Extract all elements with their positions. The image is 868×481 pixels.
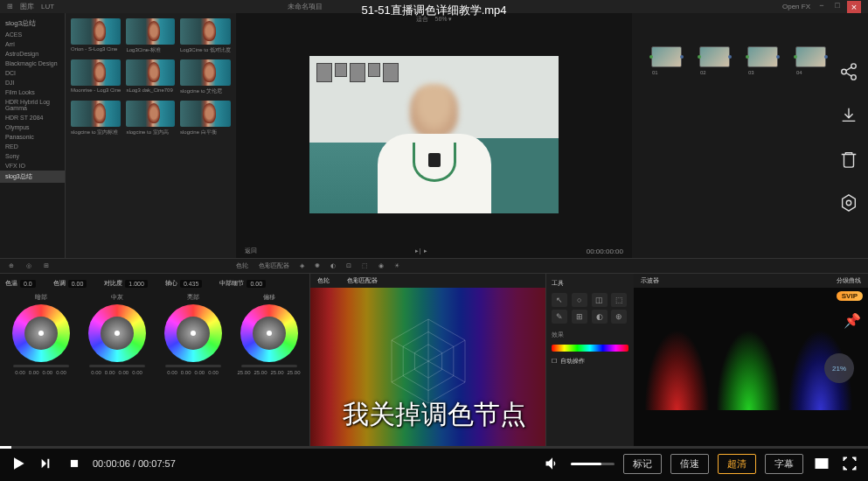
tool-button[interactable]: ◫ <box>592 293 608 307</box>
tool-button[interactable]: ✎ <box>552 310 567 324</box>
sidebar-item[interactable]: Panasonic <box>0 132 65 142</box>
svg-line-3 <box>846 67 851 71</box>
svg-point-0 <box>851 64 857 69</box>
topbar-right-item[interactable]: Open FX <box>782 3 810 10</box>
tool-icon[interactable]: ◐ <box>330 262 336 269</box>
vector-tab[interactable]: 色彩匹配器 <box>347 276 378 285</box>
sidebar-item[interactable]: DJI <box>0 78 65 87</box>
sidebar-item[interactable]: HDR ST 2084 <box>0 113 65 122</box>
mid-tab[interactable]: 色轮 <box>236 261 248 270</box>
sidebar-item[interactable]: slog3总结 <box>0 171 65 183</box>
window-maximize-button[interactable]: □ <box>831 1 844 10</box>
lut-thumbnail[interactable]: Log3Cine-标准 <box>126 18 175 54</box>
viewer-back-button[interactable]: 返回 <box>245 247 257 255</box>
share-icon[interactable] <box>838 61 859 82</box>
auto-operation-checkbox[interactable]: ☐自动操作 <box>552 357 628 366</box>
progress-bar[interactable] <box>0 446 868 449</box>
topbar-tab[interactable]: ⊞ <box>7 3 13 10</box>
quality-button[interactable]: 超清 <box>718 454 756 474</box>
window-minimize-button[interactable]: − <box>816 1 828 10</box>
lut-thumbnail[interactable]: Moonrise - Log3 Cine <box>71 59 121 95</box>
tool-icon[interactable]: ◈ <box>300 262 304 269</box>
settings-icon[interactable] <box>838 192 859 213</box>
param-middetail[interactable]: 中部细节0.00 <box>219 279 266 288</box>
sidebar-item[interactable]: VFX IO <box>0 161 65 171</box>
window-close-button[interactable]: × <box>847 1 861 13</box>
next-frame-button[interactable] <box>37 454 56 473</box>
color-node[interactable]: 01 <box>651 46 682 67</box>
tool-button[interactable]: ⬚ <box>611 293 627 307</box>
fullscreen-icon[interactable] <box>840 454 859 473</box>
sidebar-item[interactable]: HDR Hybrid Log Gamma <box>0 97 65 113</box>
stop-button[interactable] <box>65 454 84 473</box>
tool-button[interactable]: ⊞ <box>572 310 587 324</box>
wheel-lift[interactable]: 暗部 0.000.000.000.00 <box>5 293 76 443</box>
tool-icon[interactable]: ⊕ <box>9 262 14 269</box>
tool-icon[interactable]: ⊞ <box>44 262 49 269</box>
trash-icon[interactable] <box>838 149 859 170</box>
lut-thumbnail[interactable]: slogcine 白平衡 <box>180 101 231 136</box>
sidebar-item[interactable]: ACES <box>0 30 65 39</box>
subtitle-button[interactable]: 字幕 <box>765 454 803 474</box>
wheel-gamma[interactable]: 中灰 0.000.000.000.00 <box>81 293 152 443</box>
viewer-panel: 适合 56% ▾ 返回 ▸| <box>236 13 632 258</box>
tool-icon[interactable]: ⬚ <box>362 262 368 269</box>
sidebar-item[interactable]: AstroDesign <box>0 49 65 59</box>
viewer-monitor[interactable] <box>236 25 632 244</box>
topbar-tab[interactable]: LUT <box>41 3 54 10</box>
vector-tab[interactable]: 色轮 <box>317 276 330 285</box>
sidebar-item[interactable]: Blackmagic Design <box>0 59 65 68</box>
lut-thumbnail[interactable]: slogcine to 艾伦尼 <box>180 59 231 95</box>
param-tint[interactable]: 色调0.00 <box>53 279 87 288</box>
wheel-offset[interactable]: 偏移 25.0025.0025.0025.00 <box>233 293 304 443</box>
viewer-timecode: 00:00:00:00 <box>587 247 623 255</box>
mark-button[interactable]: 标记 <box>623 454 662 474</box>
color-node[interactable]: 03 <box>747 46 778 67</box>
zoom-percent-badge[interactable]: 21% <box>824 353 854 383</box>
tool-icon[interactable]: ◉ <box>378 262 384 269</box>
color-wheels-panel: 色温0.0 色调0.00 对比度1.000 轴心0.435 中部细节0.00 暗… <box>0 274 310 449</box>
prev-frame-icon[interactable]: ▸| <box>415 247 420 254</box>
param-pivot[interactable]: 轴心0.435 <box>165 279 203 288</box>
waveform-scope-panel: 示波器 分级曲线 SVIP 📌 21% <box>634 274 868 449</box>
lut-thumbnail[interactable]: slogcine to 室内标准 <box>71 101 121 136</box>
waveform-tab[interactable]: 分级曲线 <box>837 276 861 285</box>
sidebar-item[interactable]: Film Looks <box>0 87 65 97</box>
tool-icon[interactable]: ◎ <box>26 262 31 269</box>
sidebar-item[interactable]: Olympus <box>0 122 65 132</box>
play-icon[interactable]: ▸ <box>424 247 427 254</box>
tool-button[interactable]: ○ <box>572 293 587 307</box>
topbar-tab[interactable]: 图库 <box>20 2 34 11</box>
video-title-overlay: 51-51直播调色详细教学.mp4 <box>361 3 506 18</box>
sidebar-item[interactable]: Sony <box>0 151 65 161</box>
tool-button[interactable]: ◐ <box>592 310 608 324</box>
sidebar-item[interactable]: Arri <box>0 39 65 49</box>
lut-thumbnail[interactable]: Orion - S-Log3 Cine <box>71 18 121 54</box>
lut-thumbnail[interactable]: Log3Cine to 低对比度 <box>180 18 231 54</box>
svg-line-4 <box>846 73 851 76</box>
hue-gradient-bar[interactable] <box>552 345 628 352</box>
pip-icon[interactable] <box>812 454 831 473</box>
param-contrast[interactable]: 对比度1.000 <box>104 279 148 288</box>
volume-slider[interactable] <box>571 463 615 465</box>
project-name: 未命名项目 <box>288 2 323 11</box>
param-temperature[interactable]: 色温0.0 <box>5 279 36 288</box>
video-subtitle: 我关掉调色节点 <box>343 397 526 433</box>
speed-button[interactable]: 倍速 <box>670 454 709 474</box>
color-node[interactable]: 04 <box>795 46 826 67</box>
mid-tab[interactable]: 色彩匹配器 <box>259 261 289 270</box>
sidebar-item[interactable]: DCI <box>0 68 65 78</box>
sidebar-item[interactable]: RED <box>0 142 65 151</box>
color-node[interactable]: 02 <box>699 46 730 67</box>
tool-button[interactable]: ↖ <box>552 293 567 307</box>
wheel-gain[interactable]: 亮部 0.000.000.000.00 <box>157 293 228 443</box>
download-icon[interactable] <box>838 105 859 126</box>
play-button[interactable] <box>9 454 28 473</box>
volume-icon[interactable] <box>543 454 562 473</box>
tool-icon[interactable]: ⊡ <box>346 262 351 269</box>
tool-icon[interactable]: ☀ <box>394 262 399 269</box>
tool-button[interactable]: ⊕ <box>611 310 627 324</box>
lut-thumbnail[interactable]: sLog3 dak_Cine709 <box>126 59 175 95</box>
lut-thumbnail[interactable]: slogcine to 室内高 <box>126 101 175 136</box>
tool-icon[interactable]: ✺ <box>315 262 320 269</box>
